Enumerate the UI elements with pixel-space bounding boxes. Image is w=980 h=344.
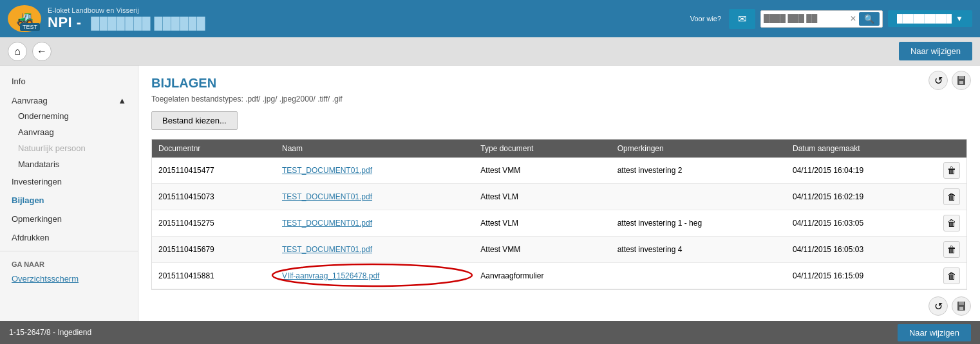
cell-delete: 🗑 [937,184,966,210]
save-icon-bottom [956,301,966,311]
cell-opmerkingen [611,184,786,210]
sidebar-item-afdrukken[interactable]: Afdrukken [0,228,138,247]
save-button-bottom[interactable] [952,296,971,316]
search-clear-button[interactable]: ✕ [850,14,856,23]
bijlagen-title: BIJLAGEN [151,76,967,91]
table-header-row: Documentnr Naam Type document Opmerkinge… [152,140,966,158]
bestand-kiezen-button[interactable]: Bestand kiezen... [151,111,238,130]
sidebar-item-opmerkingen[interactable]: Opmerkingen [0,210,138,228]
cell-opmerkingen [611,263,786,289]
table-row: 2015110415275TEST_DOCUMENT01.pdfAttest V… [152,210,966,237]
file-link[interactable]: VIlf-aanvraag_11526478.pdf [282,271,379,280]
test-badge: TEST [20,23,40,31]
cell-datum: 04/11/2015 16:03:05 [786,210,937,237]
cell-documentnr: 2015110415073 [152,184,276,210]
search-box: ✕ 🔍 [760,10,883,28]
search-go-button[interactable]: 🔍 [859,12,880,26]
cell-naam: TEST_DOCUMENT01.pdf [276,184,474,210]
undo-save-btns: ↺ [928,71,971,90]
ga-naar-label: GA NAAR [0,255,138,271]
delete-button[interactable]: 🗑 [943,215,960,231]
cell-datum: 04/11/2015 16:04:19 [786,158,937,184]
sidebar-item-natuurlijk-persoon: Natuurlijk persoon [0,140,138,156]
cell-type: Attest VMM [474,237,610,263]
undo-button-bottom[interactable]: ↺ [928,296,948,316]
sidebar-item-aanvraag-sub[interactable]: Aanvraag [0,124,138,140]
cell-delete: 🗑 [937,237,966,263]
mail-button[interactable]: ✉ [729,9,755,29]
svg-rect-2 [959,81,963,84]
col-opmerkingen: Opmerkingen [611,140,786,158]
cell-type: Aanvraagformulier [474,263,610,289]
save-icon [956,75,966,86]
col-type: Type document [474,140,610,158]
sidebar-item-mandataris[interactable]: Mandataris [0,156,138,172]
sidebar-item-aanvraag[interactable]: Aanvraag ▲ [0,91,138,108]
delete-button[interactable]: 🗑 [943,241,960,258]
cell-documentnr: 2015110415275 [152,210,276,237]
status-text: 1-15-2647/8 - Ingediend [9,328,91,337]
cell-delete: 🗑 [937,158,966,184]
svg-rect-1 [959,76,964,79]
search-input[interactable] [764,14,847,23]
table-row: 2015110415073TEST_DOCUMENT01.pdfAttest V… [152,184,966,210]
cell-datum: 04/11/2015 16:05:03 [786,237,937,263]
file-link[interactable]: TEST_DOCUMENT01.pdf [282,166,372,175]
cell-delete: 🗑 [937,210,966,237]
app-name: E-loket Landbouw en Visserij [48,6,205,14]
table-row: 2015110415881VIlf-aanvraag_11526478.pdfA… [152,263,966,289]
file-link[interactable]: TEST_DOCUMENT01.pdf [282,219,372,228]
svg-rect-7 [959,302,964,305]
file-link[interactable]: TEST_DOCUMENT01.pdf [282,245,372,254]
logo-area: 🚜 TEST E-loket Landbouw en Visserij NPI … [8,5,205,32]
cell-documentnr: 2015110415679 [152,237,276,263]
bijlagen-table: Documentnr Naam Type document Opmerkinge… [152,140,966,289]
top-header: 🚜 TEST E-loket Landbouw en Visserij NPI … [0,0,980,37]
sidebar-item-investeringen[interactable]: Investeringen [0,172,138,191]
file-link[interactable]: TEST_DOCUMENT01.pdf [282,192,372,201]
cell-type: Attest VMM [474,158,610,184]
sidebar-item-info[interactable]: Info [0,72,138,91]
cell-naam: TEST_DOCUMENT01.pdf [276,158,474,184]
sidebar-item-onderneming[interactable]: Onderneming [0,108,138,124]
cell-type: Attest VLM [474,184,610,210]
bestandstypes-text: Toegelaten bestandstypes: .pdf/ .jpg/ .j… [151,95,967,104]
sidebar-link-overzichtsscherm[interactable]: Overzichtsscherm [0,271,138,287]
naar-wijzigen-bottom-button[interactable]: Naar wijzigen [898,324,971,341]
home-button[interactable]: ⌂ [8,42,27,61]
logo: 🚜 TEST [8,5,41,32]
undo-button[interactable]: ↺ [928,71,948,90]
page-title: NPI - ███████ ██████ [48,14,205,31]
sidebar: Info Aanvraag ▲ Onderneming Aanvraag Nat… [0,66,138,321]
cell-datum: 04/11/2015 16:15:09 [786,263,937,289]
table-body: 2015110415477TEST_DOCUMENT01.pdfAttest V… [152,158,966,289]
delete-button[interactable]: 🗑 [943,188,960,205]
bottom-bar: 1-15-2647/8 - Ingediend Naar wijzigen [0,321,980,344]
save-button[interactable] [952,71,971,90]
table-row: 2015110415477TEST_DOCUMENT01.pdfAttest V… [152,158,966,184]
main-layout: Info Aanvraag ▲ Onderneming Aanvraag Nat… [0,66,980,321]
cell-naam: TEST_DOCUMENT01.pdf [276,210,474,237]
cell-type: Attest VLM [474,210,610,237]
cell-opmerkingen: attest investering 2 [611,158,786,184]
svg-rect-8 [959,307,963,310]
col-documentnr: Documentnr [152,140,276,158]
back-button[interactable]: ← [32,42,52,61]
nav-bar: ⌂ ← Naar wijzigen [0,37,980,66]
voor-wie-label: Voor wie? [690,15,721,23]
cell-datum: 04/11/2015 16:02:19 [786,184,937,210]
table-row: 2015110415679TEST_DOCUMENT01.pdfAttest V… [152,237,966,263]
sidebar-divider [0,251,138,251]
red-arrow-annotation [264,316,406,321]
delete-button[interactable]: 🗑 [943,267,960,284]
col-naam: Naam [276,140,474,158]
sidebar-item-bijlagen[interactable]: Bijlagen [0,191,138,210]
cell-naam: TEST_DOCUMENT01.pdf [276,237,474,263]
naar-wijzigen-top-button[interactable]: Naar wijzigen [899,42,972,60]
user-dropdown-button[interactable]: ██████████ ▼ [888,10,972,27]
cell-naam: VIlf-aanvraag_11526478.pdf [276,263,474,289]
cell-documentnr: 2015110415477 [152,158,276,184]
cell-delete: 🗑 [937,263,966,289]
cell-opmerkingen: attest investering 1 - heg [611,210,786,237]
delete-button[interactable]: 🗑 [943,162,960,179]
